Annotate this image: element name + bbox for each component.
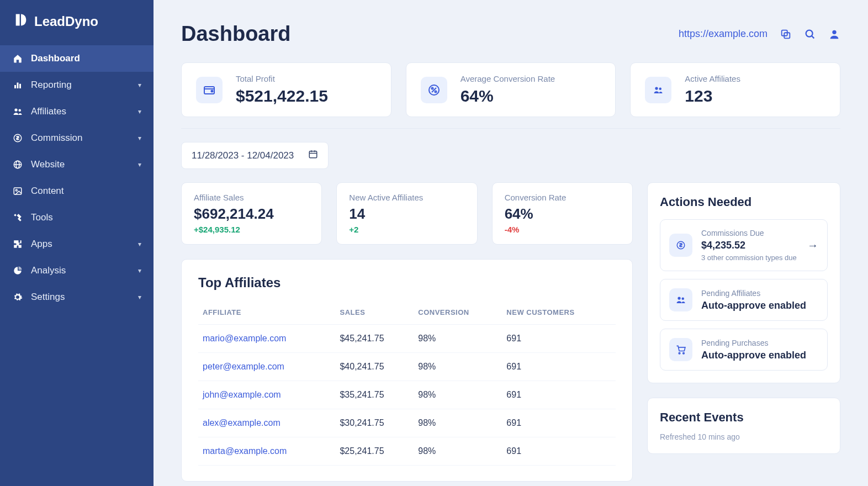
sidebar-item-affiliates[interactable]: Affiliates▾ <box>0 98 154 125</box>
cart-icon <box>669 338 692 361</box>
sidebar-item-label: Reporting <box>31 80 72 91</box>
sidebar-item-label: Apps <box>31 239 52 250</box>
pie-chart-icon <box>12 265 23 276</box>
period-stat-delta: -4% <box>505 225 620 234</box>
date-range-picker[interactable]: 11/28/2023 - 12/04/2023 <box>181 142 329 169</box>
table-row[interactable]: john@example.com$35,241.7598%691 <box>198 381 616 409</box>
affiliate-email[interactable]: john@example.com <box>198 381 335 409</box>
affiliate-sales: $25,241.75 <box>335 437 414 466</box>
affiliate-sales: $45,241.75 <box>335 325 414 353</box>
dollar-circle-icon <box>12 133 23 144</box>
action-value: $4,235.52 <box>701 240 798 251</box>
table-row[interactable]: peter@example.com$40,241.7598%691 <box>198 353 616 381</box>
affiliate-email[interactable]: marta@example.com <box>198 437 335 466</box>
action-item[interactable]: Pending PurchasesAuto-approve enabled <box>660 329 828 371</box>
sidebar-item-label: Commission <box>31 133 83 144</box>
svg-point-4 <box>19 109 22 112</box>
sidebar-item-content[interactable]: Content <box>0 178 154 204</box>
action-value: Auto-approve enabled <box>701 350 818 361</box>
chevron-down-icon: ▾ <box>138 267 141 274</box>
summary-card: Average Conversion Rate64% <box>406 62 616 117</box>
people-icon <box>645 77 671 103</box>
image-icon <box>12 186 23 197</box>
gear-icon <box>12 292 23 303</box>
summary-value: 64% <box>461 87 555 105</box>
sidebar-item-settings[interactable]: Settings▾ <box>0 284 154 310</box>
action-item[interactable]: Pending AffiliatesAuto-approve enabled <box>660 279 828 321</box>
actions-panel: Actions Needed Commissions Due$4,235.523… <box>647 182 840 383</box>
sidebar-item-apps[interactable]: Apps▾ <box>0 231 154 257</box>
action-subtext: 3 other commission types due <box>701 253 798 262</box>
table-header: CONVERSION <box>414 303 502 325</box>
summary-value: $521,422.15 <box>236 87 328 105</box>
affiliate-sales: $35,241.75 <box>335 381 414 409</box>
search-icon[interactable] <box>804 28 816 40</box>
period-stat-delta: +$24,935.12 <box>194 225 309 234</box>
svg-line-14 <box>812 36 814 38</box>
wallet-icon <box>196 77 223 103</box>
site-url-link[interactable]: https://example.com <box>679 28 768 40</box>
sidebar-item-website[interactable]: Website▾ <box>0 151 154 178</box>
summary-label: Average Conversion Rate <box>461 74 555 83</box>
affiliate-new-customers: 691 <box>502 437 616 466</box>
user-icon[interactable] <box>828 28 840 40</box>
summary-value: 123 <box>685 87 740 105</box>
affiliate-new-customers: 691 <box>502 381 616 409</box>
tools-icon <box>12 212 23 223</box>
sidebar-item-label: Affiliates <box>31 106 66 117</box>
period-stat-value: 64% <box>505 205 620 223</box>
topbar: Dashboard https://example.com <box>181 22 840 46</box>
affiliate-email[interactable]: alex@example.com <box>198 409 335 437</box>
sidebar-item-tools[interactable]: Tools <box>0 204 154 231</box>
sidebar-item-commission[interactable]: Commission▾ <box>0 125 154 151</box>
summary-label: Total Profit <box>236 74 328 83</box>
period-stat-value: 14 <box>349 205 464 223</box>
sidebar-item-label: Website <box>31 159 65 170</box>
table-header: AFFILIATE <box>198 303 335 325</box>
chevron-down-icon: ▾ <box>138 108 141 115</box>
sidebar-item-label: Settings <box>31 292 65 303</box>
svg-point-13 <box>806 30 813 36</box>
brand-logo[interactable]: LeadDyno <box>0 0 154 45</box>
affiliate-new-customers: 691 <box>502 409 616 437</box>
affiliate-new-customers: 691 <box>502 353 616 381</box>
svg-point-31 <box>679 352 680 354</box>
bar-chart-icon <box>12 80 23 91</box>
arrow-right-icon: → <box>807 239 818 252</box>
summary-label: Active Affiliates <box>685 74 740 83</box>
brand-name: LeadDyno <box>34 14 98 29</box>
page-title: Dashboard <box>181 22 290 46</box>
sidebar-item-label: Content <box>31 186 64 197</box>
people-icon <box>669 288 692 311</box>
affiliate-conversion: 98% <box>414 437 502 466</box>
affiliate-email[interactable]: mario@example.com <box>198 325 335 353</box>
sidebar-item-label: Analysis <box>31 265 66 276</box>
divider <box>181 128 840 129</box>
sidebar-item-analysis[interactable]: Analysis▾ <box>0 257 154 284</box>
copy-icon[interactable] <box>780 28 792 40</box>
affiliate-conversion: 98% <box>414 409 502 437</box>
svg-point-19 <box>431 87 433 89</box>
period-stat-label: Conversion Rate <box>505 193 620 202</box>
chevron-down-icon: ▾ <box>138 81 141 89</box>
summary-card: Active Affiliates123 <box>630 62 840 117</box>
affiliate-conversion: 98% <box>414 325 502 353</box>
affiliate-sales: $30,241.75 <box>335 409 414 437</box>
affiliate-sales: $40,241.75 <box>335 353 414 381</box>
table-row[interactable]: marta@example.com$25,241.7598%691 <box>198 437 616 466</box>
action-label: Pending Affiliates <box>701 289 818 298</box>
table-row[interactable]: mario@example.com$45,241.7598%691 <box>198 325 616 353</box>
svg-rect-1 <box>17 83 19 89</box>
period-stat-label: New Active Affiliates <box>349 193 464 202</box>
svg-point-15 <box>832 30 836 34</box>
period-stat-card: Conversion Rate64%-4% <box>492 182 633 245</box>
affiliate-email[interactable]: peter@example.com <box>198 353 335 381</box>
chevron-down-icon: ▾ <box>138 293 141 301</box>
table-row[interactable]: alex@example.com$30,241.7598%691 <box>198 409 616 437</box>
sidebar-item-reporting[interactable]: Reporting▾ <box>0 72 154 98</box>
action-item[interactable]: Commissions Due$4,235.523 other commissi… <box>660 219 828 271</box>
svg-point-29 <box>678 297 680 299</box>
sidebar-item-dashboard[interactable]: Dashboard <box>0 45 154 72</box>
svg-line-21 <box>432 88 436 92</box>
svg-point-22 <box>655 87 658 89</box>
